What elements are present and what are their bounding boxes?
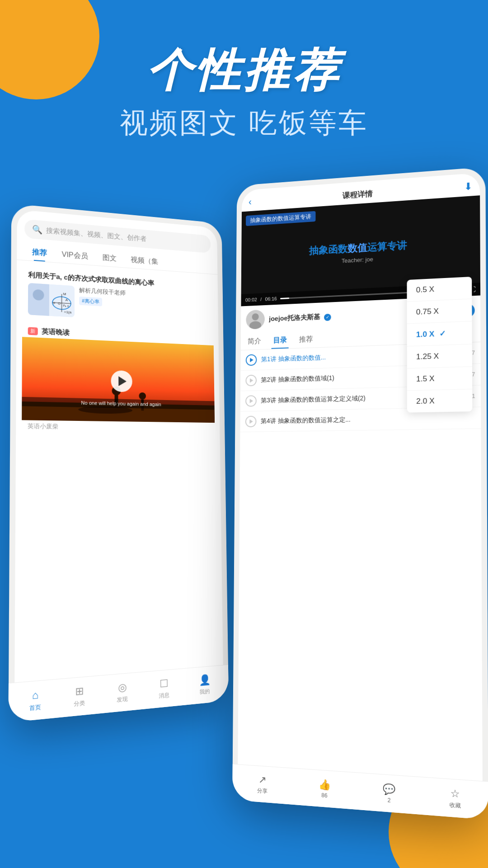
speed-2.0x[interactable]: 2.0 X (407, 389, 473, 413)
home-icon: ⌂ (32, 689, 38, 702)
favorite-action[interactable]: ☆ 收藏 (449, 787, 461, 810)
tab-catalog[interactable]: 目录 (272, 332, 289, 349)
speed-1.0x[interactable]: 1.0 X ✓ (407, 321, 472, 347)
phones-container: 🔍 搜索视频集、视频、图文、创作者 推荐 VIP会员 图文 视频（集 (0, 172, 488, 868)
svg-text:M: M (63, 292, 66, 296)
math-graph-svg: M A F O F₁ x =1(a (28, 283, 75, 317)
lesson-title-4: 第4讲 抽象函数的数值运算之定... (261, 413, 470, 425)
verified-icon: ✓ (324, 313, 331, 321)
video-title: 英语晚读 (42, 327, 70, 337)
check-icon: ✓ (439, 329, 446, 338)
new-badge: 新 (28, 327, 38, 335)
tab-graphic[interactable]: 图文 (95, 249, 124, 268)
tab-recommend[interactable]: 推荐 (24, 243, 54, 262)
like-count: 86 (321, 792, 327, 799)
share-icon: ↗ (258, 774, 267, 786)
phone-right: ‹ 课程详情 ⬇ 抽象函数数值运算专讲 Teacher: joe 抽象函数的数值… (232, 167, 488, 820)
nav-discover-label: 发现 (117, 695, 128, 704)
author-avatar (246, 310, 265, 330)
speed-dropdown: 0.5 X 0.75 X 1.0 X ✓ 1.25 X 1.5 X 2.0 X (407, 277, 473, 413)
video-time-total: 06:16 (265, 296, 277, 302)
tab-video[interactable]: 视频（集 (123, 251, 165, 270)
sub-title: 视频图文 吃饭等车 (0, 104, 488, 142)
profile-icon: 👤 (199, 674, 211, 687)
play-tri-2 (250, 378, 253, 383)
video-center-content: 抽象函数数值运算专讲 Teacher: joe (309, 239, 407, 266)
share-label: 分享 (257, 787, 267, 795)
speed-1.25x[interactable]: 1.25 X (407, 344, 472, 369)
video-time-current: 00:02 (245, 297, 257, 303)
article-info: 解析几何段干老师 #离心率 (79, 286, 208, 324)
svg-text:F₁: F₁ (63, 304, 66, 307)
svg-text:=1(a: =1(a (64, 310, 72, 315)
time-separator: / (260, 297, 262, 302)
back-button[interactable]: ‹ (249, 197, 252, 208)
tab-vip[interactable]: VIP会员 (54, 246, 95, 265)
video-overlay-title: 抽象函数的数值运算专讲 (246, 211, 315, 226)
play-button[interactable] (111, 370, 132, 392)
avatar-svg (246, 310, 265, 330)
comment-count: 2 (388, 797, 391, 804)
bottom-nav: ⌂ 首页 ⊞ 分类 ◎ 发现 ☐ 消息 👤 我的 (14, 665, 224, 716)
play-tri-4 (249, 419, 253, 424)
nav-category[interactable]: ⊞ 分类 (66, 680, 93, 713)
svg-text:A: A (66, 298, 68, 302)
like-icon: 👍 (319, 778, 331, 791)
header-section: 个性推荐 视频图文 吃饭等车 (0, 0, 488, 142)
speed-0.5x[interactable]: 0.5 X (407, 277, 472, 302)
phone-left: 🔍 搜索视频集、视频、图文、创作者 推荐 VIP会员 图文 视频（集 (9, 203, 229, 722)
article-tag: #离心率 (79, 297, 102, 307)
speed-0.75x[interactable]: 0.75 X (407, 299, 472, 324)
lesson-play-3 (245, 395, 257, 407)
page-title: 课程详情 (343, 189, 373, 201)
progress-fill (280, 297, 289, 299)
svg-text:F: F (53, 302, 56, 305)
phone-right-inner: ‹ 课程详情 ⬇ 抽象函数数值运算专讲 Teacher: joe 抽象函数的数值… (238, 173, 483, 814)
favorite-label: 收藏 (449, 801, 460, 810)
nav-message[interactable]: ☐ 消息 (151, 673, 176, 705)
nav-category-label: 分类 (74, 699, 85, 708)
search-placeholder: 搜索视频集、视频、图文、创作者 (46, 226, 146, 243)
speed-1.5x[interactable]: 1.5 X (407, 367, 472, 391)
nav-profile-label: 我的 (200, 688, 210, 696)
nav-message-label: 消息 (159, 691, 169, 700)
nav-profile[interactable]: 👤 我的 (192, 670, 218, 701)
like-action[interactable]: 👍 86 (319, 778, 331, 799)
favorite-icon: ☆ (450, 787, 460, 800)
tab-recommend[interactable]: 推荐 (297, 331, 315, 348)
nav-discover[interactable]: ◎ 发现 (109, 677, 135, 709)
article-thumbnail: M A F O F₁ x =1(a (28, 283, 75, 317)
lesson-play-4 (245, 416, 257, 428)
search-icon: 🔍 (32, 224, 42, 235)
nav-home[interactable]: ⌂ 首页 (21, 684, 49, 716)
main-title: 个性推荐 (0, 45, 488, 95)
download-icon[interactable]: ⬇ (464, 180, 473, 193)
play-tri-3 (250, 399, 253, 403)
discover-icon: ◎ (118, 681, 127, 694)
video-card[interactable]: 新 英语晚读 (22, 324, 215, 435)
play-icon (118, 376, 127, 386)
comment-action[interactable]: 💬 2 (383, 783, 395, 804)
article-card[interactable]: 利用关于a, c的齐次式求取双曲线的离心率 (22, 266, 213, 328)
nav-home-label: 首页 (29, 703, 41, 712)
author-name: joejoe托洛夫斯基 (269, 312, 320, 322)
tab-intro[interactable]: 简介 (246, 333, 263, 350)
comment-icon: 💬 (383, 783, 395, 796)
svg-text:x: x (67, 304, 69, 307)
category-icon: ⊞ (75, 685, 84, 698)
phone-left-inner: 🔍 搜索视频集、视频、图文、创作者 推荐 VIP会员 图文 视频（集 (14, 209, 224, 716)
share-action[interactable]: ↗ 分享 (257, 774, 267, 795)
video-thumbnail: No one will help you again and again (22, 337, 215, 423)
play-tri-1 (250, 358, 253, 362)
svg-text:O: O (58, 302, 61, 305)
lesson-play-2 (245, 375, 257, 387)
message-icon: ☐ (160, 677, 169, 690)
bottom-action-bar: ↗ 分享 👍 86 💬 2 ☆ 收藏 (238, 764, 483, 814)
lesson-play-1 (246, 354, 257, 366)
